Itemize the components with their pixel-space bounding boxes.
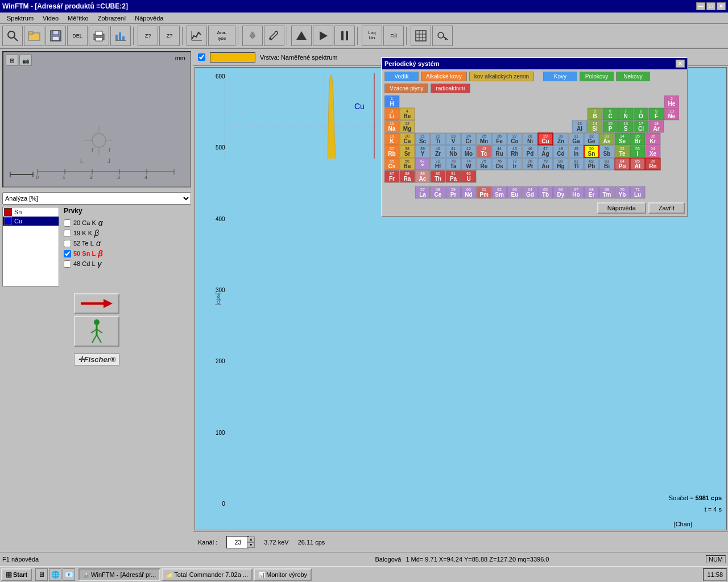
tool-open[interactable] [24, 26, 44, 46]
svg-text:Hf: Hf [435, 163, 441, 169]
svg-text:Kr: Kr [650, 138, 656, 144]
svg-text:Zn: Zn [557, 138, 564, 144]
start-button[interactable]: ⊞ Start [1, 568, 32, 581]
soucet-label: Součet = [669, 494, 694, 501]
periodic-help-btn[interactable]: Nápověda [597, 202, 646, 214]
tool-pause[interactable] [334, 26, 355, 46]
svg-text:Co: Co [511, 138, 518, 144]
element-row-cu[interactable]: Cu [3, 217, 59, 226]
svg-text:U: U [466, 176, 470, 182]
window-title: WinFTM - [Adresář produktů =CUBE:2] [2, 2, 128, 10]
statusbar-num: NUM [706, 555, 726, 563]
tool-analyse[interactable]: Ana-lyse [208, 26, 235, 46]
walker-button[interactable] [74, 316, 119, 347]
tool-loglin[interactable]: LogLin [362, 26, 382, 46]
svg-text:17: 17 [639, 122, 643, 126]
svg-text:Pb: Pb [588, 163, 595, 169]
svg-text:P: P [609, 126, 613, 132]
maximize-btn[interactable]: □ [706, 2, 715, 10]
tool-graph2[interactable] [187, 26, 207, 46]
checkbox-cd[interactable] [64, 260, 71, 268]
svg-text:40: 40 [436, 147, 440, 151]
legend-radioaktivni[interactable]: radioaktivní [431, 84, 470, 93]
tool-wrench[interactable] [264, 26, 284, 46]
svg-text:21: 21 [420, 134, 425, 138]
svg-text:Pa: Pa [450, 176, 457, 182]
tool-fill[interactable]: Fill [383, 26, 404, 46]
left-panel: ⊞ 📷 mm 0 1 2 [0, 49, 193, 552]
svg-text:66: 66 [559, 188, 563, 192]
taskbar-icon-3[interactable]: 📧 [63, 568, 75, 581]
svg-text:Bi: Bi [604, 163, 610, 169]
minimize-btn[interactable]: — [696, 2, 705, 10]
checkbox-k[interactable] [64, 230, 71, 237]
svg-text:14: 14 [593, 122, 597, 126]
tool-z2[interactable]: Z? [159, 26, 180, 46]
legend-nekovy[interactable]: Nekovy [616, 72, 650, 81]
element-check-sn: 50 Sn L β [64, 249, 103, 258]
statusbar-user: Balogová [375, 556, 402, 563]
element-row-sn[interactable]: Sn [3, 207, 59, 217]
periodic-table-dialog: Periodický systém ✕ Vodík Alkalické kovy… [381, 57, 688, 217]
analysis-dropdown[interactable]: Analýza [%] Analýza [ppm] [2, 192, 191, 205]
tool-z1[interactable]: Z? [138, 26, 158, 46]
svg-line-60 [92, 335, 97, 343]
spin-down[interactable]: ▼ [247, 542, 255, 548]
periodic-close-btn-2[interactable]: Zavřít [648, 202, 685, 214]
checkbox-sn[interactable] [64, 250, 71, 257]
svg-text:J: J [107, 158, 110, 164]
svg-text:Hg: Hg [557, 163, 564, 169]
menu-video[interactable]: Video [38, 14, 63, 23]
svg-text:0: 0 [36, 174, 39, 180]
legend-alkali[interactable]: Alkalické kovy [421, 72, 467, 81]
legend-vzacne[interactable]: Vzácné plyny [384, 84, 428, 93]
element-sn-label: 50 Sn L [73, 250, 96, 257]
svg-text:Dy: Dy [557, 192, 565, 198]
kanal-input[interactable] [226, 536, 249, 548]
svg-text:V: V [452, 138, 456, 144]
legend-vodik[interactable]: Vodík [384, 72, 419, 81]
tool-del[interactable]: DEL [67, 26, 88, 46]
menu-meritko[interactable]: Měřítko [63, 14, 93, 23]
te-alpha: α [96, 239, 101, 248]
tool-settings[interactable] [242, 26, 263, 46]
taskbar-winfm[interactable]: 🔬 WinFTM - [Adresář pr... [78, 568, 160, 581]
legend-polokovy[interactable]: Polokovy [580, 72, 614, 81]
checkbox-ca[interactable] [64, 219, 71, 227]
menu-spektrum[interactable]: Spektrum [2, 14, 38, 23]
svg-text:Ti: Ti [436, 138, 441, 144]
menu-zobrazeni[interactable]: Zobrazení [93, 14, 131, 23]
spin-up[interactable]: ▲ [247, 537, 255, 542]
taskbar-icon-2[interactable]: 🌐 [49, 568, 61, 581]
tool-play[interactable] [313, 26, 333, 46]
x-axis-label: [Chan] [674, 521, 692, 527]
legend-kovy[interactable]: Kovy [543, 72, 577, 81]
svg-line-61 [97, 335, 101, 343]
taskbar-monitor[interactable]: 📊 Monitor výroby [254, 568, 312, 581]
tool-up[interactable] [291, 26, 312, 46]
statusbar: F1 nápověda Balogová 1 Md= 9.71 X=94.24 … [0, 552, 728, 566]
svg-text:51: 51 [605, 147, 609, 151]
tool-chart[interactable] [110, 26, 131, 46]
taskbar-icon-1[interactable]: 🖥 [35, 568, 48, 581]
layer-checkbox[interactable] [198, 53, 205, 61]
taskbar-totalcmd[interactable]: 📁 Total Commander 7.02a ... [162, 568, 253, 581]
svg-text:Sb: Sb [603, 151, 611, 157]
legend-alkaline[interactable]: kov alkalických zemin [469, 72, 534, 81]
window-controls[interactable]: — □ ✕ [696, 2, 726, 10]
checkbox-te[interactable] [64, 240, 71, 247]
svg-text:Mg: Mg [403, 126, 411, 132]
menu-napoveda[interactable]: Nápověda [130, 14, 168, 23]
tool-search[interactable] [2, 26, 23, 46]
periodic-close-icon[interactable]: ✕ [676, 60, 685, 68]
tool-table[interactable] [411, 26, 431, 46]
arrow-button[interactable] [74, 293, 119, 314]
tool-key[interactable] [432, 26, 453, 46]
periodic-legend: Vodík Alkalické kovy kov alkalických zem… [384, 72, 685, 93]
tool-save[interactable] [46, 26, 66, 46]
toolbar-sep-1 [133, 27, 135, 45]
svg-text:Cd: Cd [557, 151, 564, 157]
svg-text:Er: Er [589, 192, 595, 198]
close-btn[interactable]: ✕ [717, 2, 726, 10]
tool-print[interactable] [89, 26, 109, 46]
